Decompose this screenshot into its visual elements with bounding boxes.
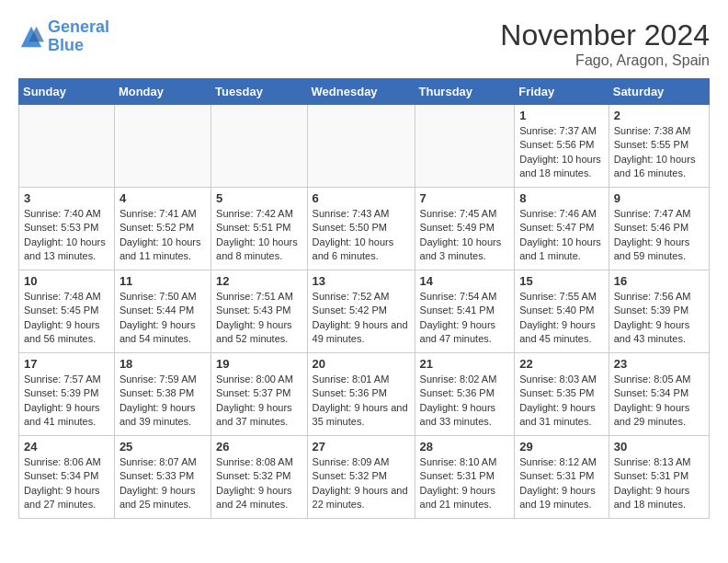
calendar-day-cell: 8Sunrise: 7:46 AMSunset: 5:47 PMDaylight… [515, 188, 609, 270]
sunrise: Sunrise: 7:40 AM [24, 207, 109, 221]
sunrise: Sunrise: 7:48 AM [24, 290, 109, 304]
sunset: Sunset: 5:32 PM [216, 469, 302, 483]
daylight: Daylight: 9 hours and 29 minutes. [614, 401, 704, 430]
day-number: 27 [313, 440, 410, 454]
day-info: Sunrise: 8:09 AMSunset: 5:32 PMDaylight:… [313, 455, 410, 512]
weekday-header: Friday [515, 79, 609, 105]
day-number: 13 [313, 274, 410, 288]
daylight: Daylight: 9 hours and 31 minutes. [519, 401, 604, 430]
day-info: Sunrise: 7:40 AMSunset: 5:53 PMDaylight:… [24, 207, 109, 264]
day-number: 15 [519, 274, 604, 288]
weekday-header-row: SundayMondayTuesdayWednesdayThursdayFrid… [19, 79, 710, 105]
sunset: Sunset: 5:41 PM [420, 304, 510, 317]
day-info: Sunrise: 7:57 AMSunset: 5:39 PMDaylight:… [24, 373, 109, 430]
day-info: Sunrise: 8:13 AMSunset: 5:31 PMDaylight:… [614, 455, 704, 512]
sunset: Sunset: 5:50 PM [313, 221, 410, 235]
calendar-day-cell: 9Sunrise: 7:47 AMSunset: 5:46 PMDaylight… [609, 188, 709, 270]
day-number: 1 [519, 109, 604, 122]
daylight: Daylight: 10 hours and 16 minutes. [614, 153, 704, 181]
title-block: November 2024 Fago, Aragon, Spain [500, 18, 710, 69]
daylight: Daylight: 9 hours and 33 minutes. [420, 401, 510, 430]
day-number: 18 [119, 357, 206, 371]
calendar-day-cell: 27Sunrise: 8:09 AMSunset: 5:32 PMDayligh… [307, 436, 415, 519]
day-number: 25 [119, 440, 206, 454]
day-number: 24 [24, 440, 109, 454]
daylight: Daylight: 9 hours and 19 minutes. [519, 484, 604, 512]
calendar-week-row: 24Sunrise: 8:06 AMSunset: 5:34 PMDayligh… [19, 436, 710, 519]
day-info: Sunrise: 7:52 AMSunset: 5:42 PMDaylight:… [313, 290, 410, 347]
sunrise: Sunrise: 7:54 AM [420, 290, 510, 304]
month-title: November 2024 [500, 18, 710, 52]
sunset: Sunset: 5:52 PM [119, 221, 206, 235]
daylight: Daylight: 9 hours and 27 minutes. [24, 484, 109, 512]
sunrise: Sunrise: 8:10 AM [420, 455, 510, 469]
sunset: Sunset: 5:51 PM [216, 221, 302, 235]
calendar-day-cell: 20Sunrise: 8:01 AMSunset: 5:36 PMDayligh… [307, 353, 415, 436]
day-info: Sunrise: 7:59 AMSunset: 5:38 PMDaylight:… [119, 373, 206, 430]
day-number: 10 [24, 274, 109, 288]
day-number: 20 [313, 357, 410, 371]
daylight: Daylight: 9 hours and 52 minutes. [216, 318, 302, 347]
sunrise: Sunrise: 8:13 AM [614, 455, 704, 469]
calendar-day-cell: 28Sunrise: 8:10 AMSunset: 5:31 PMDayligh… [415, 436, 515, 519]
sunset: Sunset: 5:39 PM [24, 386, 109, 400]
calendar-day-cell: 1Sunrise: 7:37 AMSunset: 5:56 PMDaylight… [515, 105, 609, 188]
sunrise: Sunrise: 8:03 AM [519, 373, 604, 386]
daylight: Daylight: 10 hours and 8 minutes. [216, 236, 302, 264]
day-number: 9 [614, 191, 704, 205]
calendar-day-cell: 26Sunrise: 8:08 AMSunset: 5:32 PMDayligh… [211, 436, 308, 519]
sunrise: Sunrise: 8:12 AM [519, 455, 604, 469]
sunset: Sunset: 5:43 PM [216, 304, 302, 317]
daylight: Daylight: 10 hours and 6 minutes. [313, 236, 410, 264]
calendar-day-cell: 15Sunrise: 7:55 AMSunset: 5:40 PMDayligh… [515, 270, 609, 353]
daylight: Daylight: 9 hours and 45 minutes. [519, 318, 604, 347]
daylight: Daylight: 10 hours and 13 minutes. [24, 236, 109, 264]
calendar-day-cell: 30Sunrise: 8:13 AMSunset: 5:31 PMDayligh… [609, 436, 709, 519]
day-info: Sunrise: 8:12 AMSunset: 5:31 PMDaylight:… [519, 455, 604, 512]
daylight: Daylight: 10 hours and 1 minute. [519, 236, 604, 264]
sunrise: Sunrise: 8:06 AM [24, 455, 109, 469]
calendar-day-cell [19, 105, 115, 188]
daylight: Daylight: 9 hours and 22 minutes. [313, 484, 410, 512]
calendar-day-cell: 29Sunrise: 8:12 AMSunset: 5:31 PMDayligh… [515, 436, 609, 519]
calendar-week-row: 17Sunrise: 7:57 AMSunset: 5:39 PMDayligh… [19, 353, 710, 436]
day-info: Sunrise: 7:46 AMSunset: 5:47 PMDaylight:… [519, 207, 604, 264]
sunset: Sunset: 5:38 PM [119, 386, 206, 400]
day-number: 26 [216, 440, 302, 454]
day-info: Sunrise: 8:10 AMSunset: 5:31 PMDaylight:… [420, 455, 510, 512]
calendar-day-cell: 7Sunrise: 7:45 AMSunset: 5:49 PMDaylight… [415, 188, 515, 270]
day-info: Sunrise: 8:00 AMSunset: 5:37 PMDaylight:… [216, 373, 302, 430]
day-number: 14 [420, 274, 510, 288]
calendar-day-cell: 24Sunrise: 8:06 AMSunset: 5:34 PMDayligh… [19, 436, 115, 519]
sunset: Sunset: 5:36 PM [313, 386, 410, 400]
daylight: Daylight: 9 hours and 21 minutes. [420, 484, 510, 512]
weekday-header: Saturday [609, 79, 709, 105]
sunrise: Sunrise: 7:47 AM [614, 207, 704, 221]
day-number: 2 [614, 109, 704, 122]
day-number: 8 [519, 191, 604, 205]
sunset: Sunset: 5:35 PM [519, 386, 604, 400]
sunrise: Sunrise: 7:37 AM [519, 124, 604, 138]
sunrise: Sunrise: 7:55 AM [519, 290, 604, 304]
calendar-day-cell: 23Sunrise: 8:05 AMSunset: 5:34 PMDayligh… [609, 353, 709, 436]
sunset: Sunset: 5:31 PM [420, 469, 510, 483]
calendar-day-cell: 3Sunrise: 7:40 AMSunset: 5:53 PMDaylight… [19, 188, 115, 270]
calendar-week-row: 3Sunrise: 7:40 AMSunset: 5:53 PMDaylight… [19, 188, 710, 270]
sunrise: Sunrise: 8:02 AM [420, 373, 510, 386]
day-info: Sunrise: 8:01 AMSunset: 5:36 PMDaylight:… [313, 373, 410, 430]
calendar-day-cell: 17Sunrise: 7:57 AMSunset: 5:39 PMDayligh… [19, 353, 115, 436]
day-number: 19 [216, 357, 302, 371]
sunrise: Sunrise: 7:52 AM [313, 290, 410, 304]
calendar-day-cell [415, 105, 515, 188]
daylight: Daylight: 10 hours and 3 minutes. [420, 236, 510, 264]
sunset: Sunset: 5:32 PM [313, 469, 410, 483]
day-number: 4 [119, 191, 206, 205]
logo-icon [18, 24, 44, 50]
calendar-day-cell: 13Sunrise: 7:52 AMSunset: 5:42 PMDayligh… [307, 270, 415, 353]
sunset: Sunset: 5:34 PM [614, 386, 704, 400]
daylight: Daylight: 9 hours and 35 minutes. [313, 401, 410, 430]
sunrise: Sunrise: 8:00 AM [216, 373, 302, 386]
calendar-day-cell: 5Sunrise: 7:42 AMSunset: 5:51 PMDaylight… [211, 188, 308, 270]
day-number: 17 [24, 357, 109, 371]
sunrise: Sunrise: 8:08 AM [216, 455, 302, 469]
